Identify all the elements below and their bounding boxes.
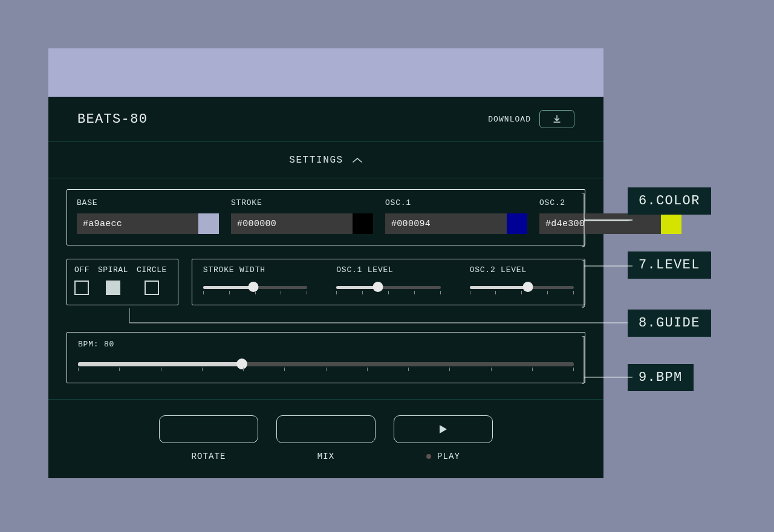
title-bar: BEATS-80 DOWNLOAD xyxy=(48,97,603,142)
guide-level-row: OFF SPIRAL CIRCLE STROKE WIDTH xyxy=(67,259,585,305)
settings-toggle[interactable]: SETTINGS xyxy=(48,142,603,178)
download-icon xyxy=(552,114,562,124)
osc2-level-slider[interactable] xyxy=(470,282,574,293)
stroke-width-slider[interactable] xyxy=(203,282,307,293)
guide-spiral-label: SPIRAL xyxy=(98,265,128,274)
download-button[interactable] xyxy=(539,110,574,128)
app-panel: BEATS-80 DOWNLOAD SETTINGS BASE xyxy=(48,48,603,478)
bpm-slider[interactable] xyxy=(78,358,574,369)
stroke-width-col: STROKE WIDTH xyxy=(203,265,307,293)
annotation-guide: 8.GUIDE xyxy=(628,310,711,337)
mix-button[interactable] xyxy=(276,415,376,443)
bpm-label: BPM: 80 xyxy=(78,340,574,349)
record-dot-icon xyxy=(426,454,431,459)
guide-circle-label: CIRCLE xyxy=(137,265,167,274)
guide-spiral: SPIRAL xyxy=(98,265,128,296)
guide-off-checkbox[interactable] xyxy=(74,281,89,295)
visualizer-area xyxy=(48,48,603,97)
color-osc1-swatch[interactable] xyxy=(507,213,527,234)
color-osc2-swatch[interactable] xyxy=(661,213,681,234)
footer: ROTATE MIX PLAY xyxy=(48,399,603,478)
color-group: BASE STROKE OSC.1 xyxy=(67,189,585,245)
osc1-level-slider[interactable] xyxy=(336,282,440,293)
guide-off-label: OFF xyxy=(74,265,89,274)
download-group: DOWNLOAD xyxy=(488,110,574,128)
settings-content: BASE STROKE OSC.1 xyxy=(48,178,603,387)
mix-col: MIX xyxy=(276,415,376,461)
color-stroke: STROKE xyxy=(231,198,373,234)
settings-label: SETTINGS xyxy=(289,155,343,166)
osc2-level-label: OSC.2 LEVEL xyxy=(470,265,574,274)
color-base-swatch[interactable] xyxy=(198,213,219,234)
rotate-col: ROTATE xyxy=(159,415,258,461)
color-base-label: BASE xyxy=(77,198,219,207)
color-osc1-label: OSC.1 xyxy=(385,198,527,207)
guide-group: OFF SPIRAL CIRCLE xyxy=(67,259,178,305)
annotation-color: 6.COLOR xyxy=(628,187,711,215)
chevron-up-icon xyxy=(352,157,363,164)
osc2-level-col: OSC.2 LEVEL xyxy=(470,265,574,293)
guide-circle: CIRCLE xyxy=(137,265,167,296)
guide-spiral-checkbox[interactable] xyxy=(106,281,120,295)
color-osc1: OSC.1 xyxy=(385,198,527,234)
mix-label: MIX xyxy=(317,452,335,461)
color-osc1-input[interactable] xyxy=(385,213,507,234)
rotate-label: ROTATE xyxy=(191,452,226,461)
play-icon xyxy=(439,424,447,434)
color-stroke-label: STROKE xyxy=(231,198,373,207)
stroke-width-label: STROKE WIDTH xyxy=(203,265,307,274)
color-base-input[interactable] xyxy=(77,213,198,234)
play-col: PLAY xyxy=(394,415,493,461)
app-title: BEATS-80 xyxy=(77,112,148,127)
color-stroke-input[interactable] xyxy=(231,213,353,234)
color-stroke-swatch[interactable] xyxy=(353,213,373,234)
osc1-level-label: OSC.1 LEVEL xyxy=(336,265,440,274)
annotation-level: 7.LEVEL xyxy=(628,251,711,279)
level-group: STROKE WIDTH OSC.1 LEVEL OSC.2 LEVEL xyxy=(192,259,585,305)
osc1-level-col: OSC.1 LEVEL xyxy=(336,265,440,293)
bpm-group: BPM: 80 xyxy=(67,332,585,383)
rotate-button[interactable] xyxy=(159,415,258,443)
annotation-bpm: 9.BPM xyxy=(628,364,694,391)
color-base: BASE xyxy=(77,198,219,234)
play-button[interactable] xyxy=(394,415,493,443)
guide-circle-checkbox[interactable] xyxy=(145,281,159,295)
play-label: PLAY xyxy=(426,452,460,461)
download-label: DOWNLOAD xyxy=(488,115,531,124)
guide-off: OFF xyxy=(74,265,89,296)
